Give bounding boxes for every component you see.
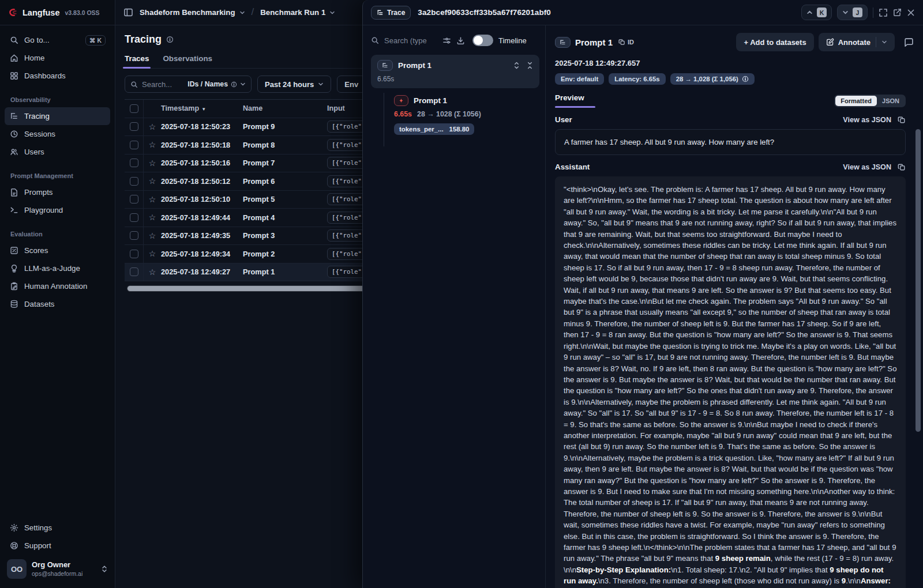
copy-icon[interactable]	[898, 163, 906, 171]
star-icon[interactable]: ☆	[144, 122, 161, 131]
sidebar-item-human-annotation[interactable]: Human Annotation	[5, 277, 110, 295]
star-icon[interactable]: ☆	[144, 231, 161, 240]
close-icon[interactable]	[907, 9, 915, 17]
row-timestamp: 2025-07-18 12:50:10	[161, 195, 243, 203]
row-checkbox[interactable]	[130, 213, 138, 222]
gear-icon	[9, 523, 18, 533]
add-to-datasets-button[interactable]: + Add to datasets	[736, 33, 813, 51]
home-icon	[9, 54, 18, 63]
vertical-scrollbar[interactable]	[916, 129, 921, 432]
trace-node-name: Prompt 1	[398, 61, 432, 70]
col-name[interactable]: Name	[243, 104, 327, 112]
sidebar-item-prompts[interactable]: Prompts	[5, 183, 110, 201]
row-checkbox[interactable]	[130, 250, 138, 258]
annotate-button[interactable]: Annotate	[819, 33, 895, 51]
timeline-toggle[interactable]	[472, 35, 493, 46]
home-label: Home	[24, 54, 44, 62]
row-timestamp: 2025-07-18 12:49:34	[161, 250, 243, 258]
nav-next-button[interactable]: J	[837, 5, 868, 20]
filter-sliders-icon[interactable]	[442, 36, 451, 45]
sidebar-item-home[interactable]: Home	[5, 49, 110, 67]
sidebar-item-scores[interactable]: Scores	[5, 242, 110, 259]
tab-preview[interactable]: Preview	[555, 93, 584, 108]
nav-prev-button[interactable]: K	[801, 5, 832, 20]
trace-type-chip: Trace	[371, 6, 411, 20]
sidebar-item-dashboards[interactable]: Dashboards	[5, 67, 110, 85]
assistant-message-content: "<think>\nOkay, let's see. The problem i…	[555, 176, 906, 588]
download-icon[interactable]	[456, 36, 465, 45]
org-user-menu[interactable]: OO Org Owner ops@shadeform.ai	[5, 555, 110, 583]
project-name: Benchmark Run 1	[260, 8, 325, 17]
breadcrumb-org[interactable]: Shadeform Benchmarking	[140, 8, 245, 17]
comments-button[interactable]	[904, 37, 914, 47]
row-checkbox[interactable]	[130, 177, 138, 186]
row-timestamp: 2025-07-18 12:50:23	[161, 122, 243, 131]
expand-panel-icon[interactable]	[879, 8, 888, 17]
brand: Langfuse v3.83.0 OSS	[0, 0, 115, 25]
row-checkbox[interactable]	[130, 122, 138, 131]
users-label: Users	[24, 148, 44, 156]
copy-icon[interactable]	[898, 116, 906, 124]
sidebar-item-llm-judge[interactable]: LLM-as-a-Judge	[5, 259, 110, 277]
row-name: Prompt 5	[243, 195, 327, 203]
sidebar-item-sessions[interactable]: Sessions	[5, 125, 110, 143]
breadcrumb-project[interactable]: Benchmark Run 1	[260, 8, 335, 17]
sidebar-item-datasets[interactable]: Datasets	[5, 295, 110, 313]
copy-id-button[interactable]: ID	[618, 39, 634, 46]
copy-icon	[618, 39, 625, 46]
tree-search-input[interactable]: Search (type	[384, 36, 437, 45]
llm-judge-label: LLM-as-a-Judge	[24, 264, 80, 273]
sidebar-item-support[interactable]: Support	[5, 537, 110, 555]
clipboard-pen-icon	[9, 282, 18, 291]
user-section-title: User	[555, 115, 572, 124]
star-icon[interactable]: ☆	[144, 176, 161, 186]
playground-icon	[9, 206, 18, 215]
traces-search-input[interactable]: Search... IDs / Names	[125, 76, 252, 93]
scores-label: Scores	[24, 246, 48, 255]
sidebar-toggle-icon[interactable]	[123, 7, 133, 17]
sort-desc-icon: ▼	[201, 107, 206, 112]
row-checkbox[interactable]	[130, 159, 138, 167]
star-icon[interactable]: ☆	[144, 195, 161, 204]
expand-all-icon[interactable]	[513, 62, 520, 69]
tree-node-generation[interactable]: Prompt 1 6.65s 28 → 1028 (Σ 1056) tokens…	[394, 95, 539, 135]
org-name: Shadeform Benchmarking	[140, 8, 235, 17]
generation-icon	[394, 95, 408, 106]
select-all-checkbox[interactable]	[130, 104, 138, 113]
trace-node-icon	[555, 37, 571, 48]
tab-traces[interactable]: Traces	[125, 54, 149, 68]
col-timestamp[interactable]: Timestamp▼	[161, 104, 243, 112]
sessions-label: Sessions	[24, 130, 55, 138]
tree-node-trace[interactable]: Prompt 1 6.65s	[371, 55, 539, 88]
star-icon[interactable]: ☆	[144, 140, 161, 149]
prompts-label: Prompts	[24, 188, 53, 197]
token-usage-badge[interactable]: 28 → 1,028 (Σ 1,056)	[670, 73, 755, 85]
sidebar-item-tracing[interactable]: Tracing	[5, 107, 110, 125]
search-scope-select[interactable]: IDs / Names	[187, 80, 246, 88]
open-external-icon[interactable]	[893, 8, 902, 17]
row-checkbox[interactable]	[130, 267, 138, 276]
star-icon[interactable]: ☆	[144, 267, 161, 277]
sidebar-item-users[interactable]: Users	[5, 143, 110, 161]
info-icon	[166, 36, 174, 43]
star-icon[interactable]: ☆	[144, 213, 161, 222]
format-json[interactable]: JSON	[877, 96, 905, 106]
collapse-all-icon[interactable]	[526, 62, 534, 69]
view-as-json-link[interactable]: View as JSON	[843, 163, 891, 171]
row-checkbox[interactable]	[130, 195, 138, 203]
format-toggle[interactable]: Formatted JSON	[834, 95, 906, 107]
sidebar-item-playground[interactable]: Playground	[5, 201, 110, 219]
sidebar-item-settings[interactable]: Settings	[5, 519, 110, 537]
row-checkbox[interactable]	[130, 141, 138, 149]
view-as-json-link[interactable]: View as JSON	[843, 116, 891, 124]
time-range-filter[interactable]: Past 24 hours	[257, 76, 331, 93]
row-checkbox[interactable]	[130, 231, 138, 240]
tab-observations[interactable]: Observations	[163, 54, 212, 68]
goto-search[interactable]: Go to... ⌘ K	[5, 31, 110, 49]
row-name: Prompt 2	[243, 250, 327, 258]
star-icon[interactable]: ☆	[144, 249, 161, 258]
search-scope-label: IDs / Names	[187, 80, 228, 88]
env-filter[interactable]: Env	[337, 76, 366, 93]
star-icon[interactable]: ☆	[144, 159, 161, 168]
format-formatted[interactable]: Formatted	[835, 96, 877, 106]
